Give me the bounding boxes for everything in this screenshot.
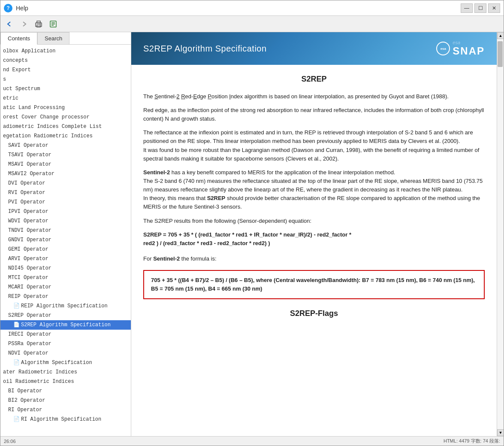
e-underline: E [193,93,197,100]
formula-box: 705 + 35 * ((B4 + B7)/2 – B5) / (B6 – B5… [143,270,485,299]
2-underline: 2 [176,93,179,100]
tree-item[interactable]: GNDVI Operator [0,235,131,245]
help-window: ? Help — ☐ ✕ [0,0,504,446]
tree-item[interactable]: NDVI Operator [0,349,131,358]
tree-item[interactable]: SAVI Operator [0,141,131,150]
tab-contents[interactable]: Contents [0,32,37,45]
tree-item[interactable]: 📄REIP Algorithm Specification [0,301,131,311]
svg-rect-1 [37,21,40,23]
tree-item[interactable]: BI2 Operator [0,396,131,405]
tree-item[interactable]: uct Spectrum [0,84,131,94]
tree-item[interactable]: NDI45 Operator [0,264,131,273]
right-scrollbar[interactable]: ▲ ▼ [497,32,504,436]
left-panel: Contents Search olbox Applicationconcept… [0,32,131,436]
p-underline: P [208,93,211,100]
flags-title: S2REP-Flags [143,308,485,320]
tree-item[interactable]: TSAVI Operator [0,150,131,160]
status-left: 26:06 [4,439,16,444]
tree-item[interactable]: egetation Radiometric Indices [0,131,131,141]
maximize-button[interactable]: ☐ [474,3,486,13]
main-title: S2REP [143,73,485,85]
tree-item[interactable]: RVI Operator [0,188,131,197]
tree-item[interactable]: DVI Operator [0,179,131,188]
status-bar: 26:06 HTML: 4479 字数: 74 段落: [0,436,504,446]
tree-item[interactable]: MTCI Operator [0,273,131,282]
tree-item[interactable]: 📄S2REP Algorithm Specification [0,320,131,330]
tree-item[interactable]: IPVI Operator [0,207,131,216]
main-area: Contents Search olbox Applicationconcept… [0,32,504,436]
scroll-up-button[interactable]: ▲ [497,32,504,39]
tree-item[interactable]: PSSRa Operator [0,339,131,349]
tree-item[interactable]: WDVI Operator [0,216,131,226]
tree-item[interactable]: atic Land Processing [0,103,131,112]
tree-item[interactable]: MCARI Operator [0,282,131,292]
tree-item[interactable]: PVI Operator [0,197,131,207]
paragraph-4: Sentinel-2 has a key benefit compared to… [143,168,485,212]
tree-item[interactable]: nd Export [0,65,131,75]
tree-item[interactable]: ater Radiometric Indices [0,367,131,377]
tree-item[interactable]: MSAVI Operator [0,160,131,169]
s2rep-bold: S2REP [207,195,226,201]
tree-item[interactable]: olbox Application [0,46,131,56]
snap-text: SNAP [453,45,485,57]
main-formula: S2REP = 705 + 35 * ( (red1_factor * red1… [143,231,485,248]
tree-item[interactable]: BI Operator [0,386,131,396]
back-button[interactable] [3,18,16,30]
scroll-track[interactable] [497,39,504,429]
tree-item[interactable]: orest Cover Change processor [0,112,131,122]
tree-item[interactable]: TNDVI Operator [0,226,131,235]
tree-item[interactable]: 📄Algorithm Specification [0,358,131,367]
paragraph-5: The S2REP results from the following (Se… [143,217,485,225]
r-underline: R [181,93,185,100]
bookmark-button[interactable] [47,18,60,30]
formula-intro: For Sentinel-2 the formula is: [143,255,485,263]
tree-item[interactable]: oil Radiometric Indices [0,377,131,386]
tree-item[interactable]: 📄RI Algorithm Specification [0,415,131,424]
scroll-down-button[interactable]: ▼ [497,429,504,436]
doc-body: S2REP The Sentinel-2 Red-Edge Position I… [131,65,497,335]
tree-item[interactable]: REIP Operator [0,292,131,301]
minimize-button[interactable]: — [461,3,473,13]
tree-item[interactable]: IRECI Operator [0,330,131,339]
tree-item[interactable]: concepts [0,56,131,65]
forward-icon [21,21,27,27]
print-icon [35,20,42,28]
esa-circle-label: esa [441,47,446,51]
status-right: HTML: 4479 字数: 74 段落: [444,438,500,444]
scroll-thumb[interactable] [498,41,503,67]
tree-item[interactable]: RI Operator [0,405,131,415]
tree-item[interactable]: S2REP Operator [0,311,131,320]
sentinel2-bold: Sentinel-2 [143,169,170,176]
doc-header-title: S2REP Algorithm Specification [143,44,267,54]
tree-item[interactable]: etric [0,94,131,103]
i-underline: I [229,93,231,100]
bookmark-icon [49,20,57,28]
sentinel-formula: 705 + 35 * ((B4 + B7)/2 – B5) / (B6 – B5… [151,277,475,292]
window-title: Help [16,5,28,12]
tabs: Contents Search [0,32,131,45]
print-button[interactable] [32,18,45,30]
help-icon: ? [4,4,12,12]
toolbar [0,16,504,32]
content-area: S2REP Algorithm Specification esa esa SN… [131,32,497,335]
forward-button[interactable] [18,18,30,30]
tree-item[interactable]: ARVI Operator [0,254,131,264]
tree[interactable]: olbox Applicationconceptsnd Exportsuct S… [0,45,131,436]
esa-logo: esa esa SNAP [436,40,485,57]
paragraph-3: The reflectance at the inflexion point i… [143,128,485,163]
esa-text: esa [453,40,485,45]
content-panel[interactable]: S2REP Algorithm Specification esa esa SN… [131,32,497,436]
tree-item[interactable]: adiometric Indices Complete List [0,122,131,131]
tree-item[interactable]: s [0,75,131,84]
tree-item[interactable]: MSAVI2 Operator [0,169,131,179]
paragraph-2: Red edge, as the inflection point of the… [143,106,485,123]
doc-header: S2REP Algorithm Specification esa esa SN… [131,32,497,65]
tree-item[interactable]: GEMI Operator [0,245,131,254]
sentinel2-formula-bold: Sentinel-2 [153,255,180,262]
close-button[interactable]: ✕ [488,3,500,13]
esa-circle-icon: esa [436,42,450,55]
svg-point-3 [40,24,41,24]
tab-search[interactable]: Search [37,32,69,44]
svg-rect-2 [37,25,40,27]
back-icon [6,21,13,27]
